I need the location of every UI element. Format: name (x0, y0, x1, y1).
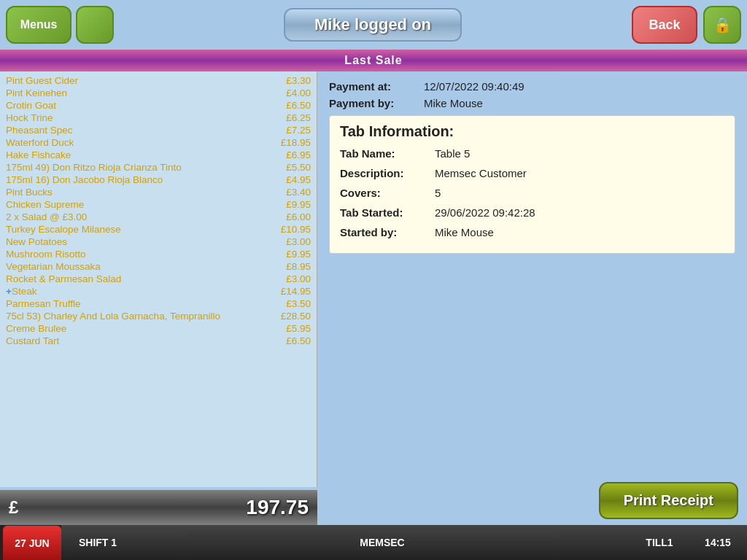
last-sale-banner: Last Sale (0, 50, 747, 71)
description-row: Description: Memsec Customer (340, 167, 724, 179)
list-item[interactable]: Waterford Duck£18.95 (0, 136, 317, 149)
print-receipt-button[interactable]: Print Receipt (599, 482, 738, 519)
item-price: £7.25 (271, 125, 311, 136)
total-currency-symbol: £ (9, 497, 18, 518)
item-price: £3.40 (271, 187, 311, 198)
item-name: Turkey Escalope Milanese (6, 224, 271, 235)
list-item[interactable]: Mushroom Risotto£9.95 (0, 248, 317, 260)
covers-value: 5 (435, 187, 441, 199)
item-name: Creme Brulee (6, 323, 271, 334)
items-panel[interactable]: Pint Guest Cider£3.30Pint Keinehen£4.00C… (0, 71, 317, 487)
covers-label: Covers: (340, 187, 435, 199)
item-price: £5.95 (271, 323, 311, 334)
menus-button[interactable]: Menus (6, 6, 71, 44)
item-price: £5.50 (271, 162, 311, 173)
item-name: Hock Trine (6, 112, 271, 123)
item-name: Waterford Duck (6, 137, 271, 148)
item-name: Pint Guest Cider (6, 75, 271, 86)
list-item[interactable]: +Steak£14.95 (0, 285, 317, 298)
print-receipt-area: Print Receipt (599, 482, 738, 519)
item-price: £3.50 (271, 298, 311, 309)
info-panel: Payment at: 12/07/2022 09:40:49 Payment … (317, 71, 747, 487)
item-name: Pint Bucks (6, 187, 271, 198)
item-name: Pheasant Spec (6, 125, 271, 136)
tab-started-row: Tab Started: 29/06/2022 09:42:28 (340, 206, 724, 219)
item-price: £3.00 (271, 273, 311, 284)
item-price: £6.50 (271, 335, 311, 346)
list-item[interactable]: Crotin Goat£6.50 (0, 99, 317, 112)
item-price: £8.95 (271, 261, 311, 272)
list-item[interactable]: Parmesan Truffle£3.50 (0, 298, 317, 310)
item-price: £28.50 (271, 311, 311, 322)
list-item[interactable]: 75cl 53) Charley And Lola Garnacha, Temp… (0, 310, 317, 322)
list-item[interactable]: Hock Trine£6.25 (0, 112, 317, 124)
item-name: Hake Fishcake (6, 149, 271, 160)
tab-started-label: Tab Started: (340, 206, 435, 219)
tab-name-value: Table 5 (435, 147, 470, 160)
started-by-value: Mike Mouse (435, 226, 494, 238)
item-price: £4.00 (271, 88, 311, 98)
list-item[interactable]: Creme Brulee£5.95 (0, 322, 317, 335)
header-title-area: Mike logged on (114, 8, 632, 42)
list-item[interactable]: Pheasant Spec£7.25 (0, 124, 317, 136)
item-name: Custard Tart (6, 335, 271, 346)
started-by-label: Started by: (340, 226, 435, 238)
list-item[interactable]: Vegetarian Moussaka£8.95 (0, 260, 317, 273)
status-time: 14:15 (689, 525, 747, 560)
payment-at-label: Payment at: (329, 80, 424, 93)
payment-by-label: Payment by: (329, 97, 424, 109)
covers-row: Covers: 5 (340, 187, 724, 199)
item-name: 175ml 16) Don Jacobo Rioja Blanco (6, 174, 271, 185)
item-name: 2 x Salad @ £3.00 (6, 211, 271, 222)
list-item[interactable]: 175ml 16) Don Jacobo Rioja Blanco£4.95 (0, 174, 317, 186)
back-button[interactable]: Back (632, 6, 697, 44)
list-item[interactable]: Turkey Escalope Milanese£10.95 (0, 223, 317, 236)
item-name: Chicken Supreme (6, 199, 271, 210)
payment-at-value: 12/07/2022 09:40:49 (424, 80, 525, 93)
payment-by-row: Payment by: Mike Mouse (329, 97, 735, 109)
item-price: £4.95 (271, 174, 311, 185)
item-price: £9.95 (271, 249, 311, 260)
item-price: £6.50 (271, 100, 311, 111)
main-content: Pint Guest Cider£3.30Pint Keinehen£4.00C… (0, 71, 747, 487)
item-name: Mushroom Risotto (6, 249, 271, 260)
lock-button[interactable]: 🔒 (703, 6, 741, 44)
total-bar: £ 197.75 (0, 490, 317, 525)
item-name: Parmesan Truffle (6, 298, 271, 309)
list-item[interactable]: Pint Keinehen£4.00 (0, 87, 317, 99)
item-price: £10.95 (271, 224, 311, 235)
tab-name-row: Tab Name: Table 5 (340, 147, 724, 160)
payment-by-value: Mike Mouse (424, 97, 483, 109)
list-item[interactable]: New Potatoes£3.00 (0, 236, 317, 248)
description-value: Memsec Customer (435, 167, 527, 179)
list-item[interactable]: Rocket & Parmesan Salad£3.00 (0, 273, 317, 285)
started-by-row: Started by: Mike Mouse (340, 226, 724, 238)
list-item[interactable]: Custard Tart£6.50 (0, 335, 317, 347)
item-name: 75cl 53) Charley And Lola Garnacha, Temp… (6, 311, 271, 322)
item-name: Crotin Goat (6, 100, 271, 111)
item-name: New Potatoes (6, 236, 271, 247)
item-price: £3.30 (271, 75, 311, 86)
item-price: £6.25 (271, 112, 311, 123)
item-name: +Steak (6, 286, 271, 297)
item-price: £9.95 (271, 199, 311, 210)
total-amount: 197.75 (246, 496, 309, 519)
status-date: 27 JUN (3, 526, 61, 560)
tab-started-value: 29/06/2022 09:42:28 (435, 206, 535, 219)
list-item[interactable]: Pint Bucks£3.40 (0, 186, 317, 198)
item-price: £3.00 (271, 236, 311, 247)
tab-name-label: Tab Name: (340, 147, 435, 160)
item-name: Vegetarian Moussaka (6, 261, 271, 272)
item-price: £6.00 (271, 211, 311, 222)
item-price: £18.95 (271, 137, 311, 148)
status-shift: SHIFT 1 (61, 525, 134, 560)
status-memsec: MEMSEC (134, 525, 630, 560)
list-item[interactable]: 2 x Salad @ £3.00£6.00 (0, 211, 317, 223)
item-name: Pint Keinehen (6, 88, 271, 98)
list-item[interactable]: Pint Guest Cider£3.30 (0, 74, 317, 87)
list-item[interactable]: 175ml 49) Don Ritzo Rioja Crianza Tinto£… (0, 161, 317, 174)
list-item[interactable]: Chicken Supreme£9.95 (0, 198, 317, 211)
payment-at-row: Payment at: 12/07/2022 09:40:49 (329, 80, 735, 93)
list-item[interactable]: Hake Fishcake£6.95 (0, 149, 317, 161)
secondary-green-button[interactable] (76, 6, 114, 44)
